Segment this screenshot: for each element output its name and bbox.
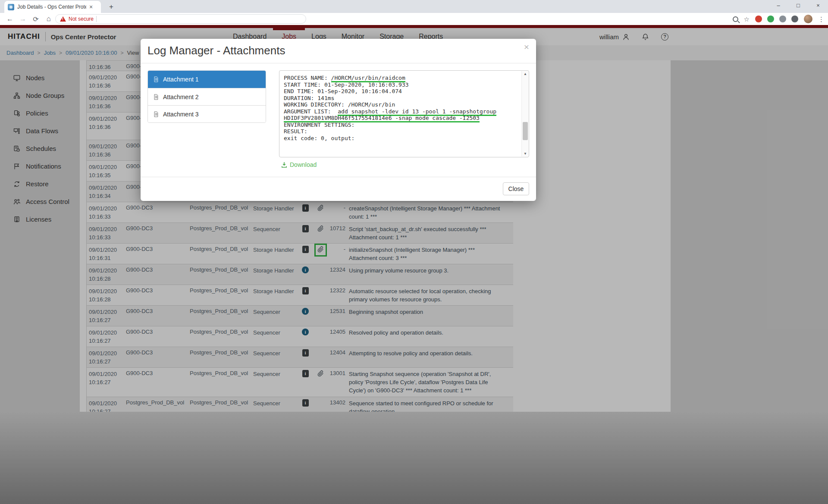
not-secure-warning-icon[interactable] <box>60 16 66 22</box>
log-text: WORKING DIRECTORY: /HORCM/usr/bin <box>284 101 395 108</box>
log-line: DURATION: 141ms <box>284 95 519 102</box>
tab-favicon-icon <box>8 4 14 10</box>
not-secure-label[interactable]: Not secure <box>69 16 94 22</box>
extension-green-icon[interactable] <box>767 16 774 22</box>
log-text: START TIME: 01-Sep-2020, 10:16:03.933 <box>284 81 409 88</box>
new-tab-button[interactable]: + <box>106 2 116 13</box>
screen: Job Details - Ops Center Protecto × + – … <box>0 0 828 504</box>
log-line: WORKING DIRECTORY: /HORCM/usr/bin <box>284 101 519 108</box>
doc-icon <box>154 111 160 118</box>
log-text: END TIME: 01-Sep-2020, 10:16:04.074 <box>284 88 402 94</box>
menu-kebab-icon[interactable]: ⋮ <box>818 16 825 22</box>
window-maximize-button[interactable]: □ <box>788 0 808 12</box>
back-button[interactable]: ← <box>3 15 16 23</box>
close-button[interactable]: Close <box>503 182 529 195</box>
attachment-item-2[interactable]: Attachment 2 <box>148 88 266 105</box>
doc-icon <box>154 94 160 100</box>
extension-red-icon[interactable] <box>755 16 762 22</box>
log-line: START TIME: 01-Sep-2020, 10:16:03.933 <box>284 81 519 88</box>
profile-avatar[interactable] <box>804 15 812 23</box>
attachment-label: Attachment 2 <box>163 94 199 100</box>
log-line: exit code: 0, output: <box>284 135 519 142</box>
log-text: PROCESS NAME: <box>284 75 331 81</box>
attachment-log-text[interactable]: PROCESS NAME: /HORCM/usr/bin/raidcomSTAR… <box>284 75 519 155</box>
modal-footer-divider <box>141 177 536 177</box>
scroll-thumb[interactable] <box>523 122 528 140</box>
log-line: HDIDF3PV2801VM8DH46f5175541814e6 -snap m… <box>284 115 519 122</box>
attachment-label: Attachment 3 <box>163 111 199 118</box>
extension-icons <box>755 16 798 22</box>
log-text: ENVIRONMENT SETTINGS: <box>284 122 354 128</box>
window-minimize-button[interactable]: – <box>768 0 788 12</box>
extension-puzzle-icon[interactable] <box>791 16 798 22</box>
log-line: PROCESS NAME: /HORCM/usr/bin/raidcom <box>284 75 519 81</box>
modal-title: Log Manager - Attachments <box>147 44 285 57</box>
modal-header-divider <box>141 63 536 63</box>
tab-close-icon[interactable]: × <box>89 4 93 10</box>
address-separator <box>96 16 97 22</box>
log-manager-attachments-modal: Log Manager - Attachments × Attachment 1… <box>141 39 536 201</box>
log-line: END TIME: 01-Sep-2020, 10:16:04.074 <box>284 88 519 95</box>
green-underline-annotation: HDIDF3PV2801VM8DH46f5175541814e6 -snap m… <box>284 115 480 121</box>
download-icon <box>281 161 288 168</box>
page: HITACHI Ops Center Protector DashboardJo… <box>0 25 828 504</box>
home-button[interactable]: ⌂ <box>42 15 55 23</box>
scroll-down-arrow[interactable]: ▼ <box>522 151 529 157</box>
tab-title: Job Details - Ops Center Protecto <box>17 4 86 10</box>
extension-gray-icon[interactable] <box>779 16 786 22</box>
bookmark-star-icon[interactable]: ☆ <box>744 16 750 22</box>
toolbar-right-cluster: ☆ ⋮ <box>733 14 825 24</box>
window-controls: – □ × <box>768 0 828 12</box>
download-link[interactable]: Download <box>281 161 317 168</box>
green-underline-annotation: /HORCM/usr/bin/raidcom <box>331 75 405 81</box>
scroll-up-arrow[interactable]: ▲ <box>522 71 529 77</box>
reload-button[interactable]: ⟳ <box>29 15 42 23</box>
forward-button[interactable]: → <box>16 15 29 23</box>
browser-tabstrip: Job Details - Ops Center Protecto × + – … <box>0 0 828 13</box>
browser-tab[interactable]: Job Details - Ops Center Protecto × <box>4 1 101 13</box>
doc-icon <box>154 76 160 83</box>
attachment-label: Attachment 1 <box>163 76 199 83</box>
address-bar[interactable]: Not secure <box>55 14 306 24</box>
attachment-item-3[interactable]: Attachment 3 <box>148 105 266 122</box>
log-text: RESULT: <box>284 128 307 135</box>
log-text: DURATION: 141ms <box>284 95 334 101</box>
download-label: Download <box>290 161 317 168</box>
zoom-magnifier-icon[interactable] <box>733 16 738 22</box>
attachment-list: Attachment 1Attachment 2Attachment 3 <box>147 70 266 123</box>
browser-toolbar: ← → ⟳ ⌂ Not secure ☆ ⋮ <box>0 13 828 25</box>
green-underline-annotation: add snapshot -ldev id 13 -pool 1 -snapsh… <box>338 108 496 115</box>
log-line: ENVIRONMENT SETTINGS: <box>284 122 519 128</box>
log-text: ARGUMENT LIST: <box>284 108 338 115</box>
log-line: ARGUMENT LIST: add snapshot -ldev id 13 … <box>284 108 519 115</box>
log-line: RESULT: <box>284 128 519 135</box>
attachment-content-box: PROCESS NAME: /HORCM/usr/bin/raidcomSTAR… <box>279 70 529 157</box>
attachment-item-1[interactable]: Attachment 1 <box>148 71 266 88</box>
content-scrollbar[interactable]: ▲ ▼ <box>521 71 528 157</box>
window-close-button[interactable]: × <box>808 0 828 12</box>
log-text: exit code: 0, output: <box>284 135 354 141</box>
modal-close-icon[interactable]: × <box>524 42 529 51</box>
